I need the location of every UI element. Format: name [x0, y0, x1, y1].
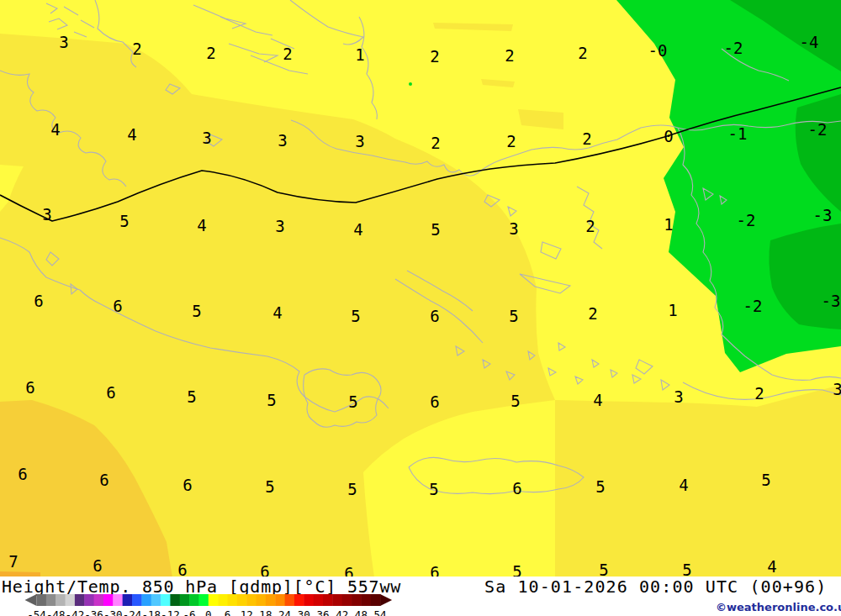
copyright-label: ©weatheronline.co.uk — [716, 601, 841, 613]
map-value-label: 6 — [25, 378, 34, 397]
map-value-label: 6 — [430, 563, 439, 577]
colorbar-tick-label: -18 — [141, 608, 161, 616]
colorbar-segment — [361, 594, 371, 606]
colorbar-segment — [151, 594, 161, 606]
colorbar-tick-label: -42 — [66, 608, 85, 616]
colorbar-segment — [323, 594, 333, 606]
colorbar-tick-label: 48 — [355, 608, 368, 616]
colorbar-segment — [180, 594, 190, 606]
map-value-label: 7 — [8, 552, 18, 571]
map-value-label: 6 — [177, 561, 187, 577]
colorbar-segment — [56, 594, 66, 606]
map-value-label: 6 — [106, 383, 115, 402]
map-value-label: -0 — [648, 41, 668, 60]
colorbar-segment — [161, 594, 171, 606]
map-value-label: 6 — [512, 479, 521, 498]
map-value-label: 5 — [509, 307, 518, 325]
weather-map-screenshot: 32221222-0-2-4443332220-1-2354345321-2-3… — [0, 0, 841, 616]
colorbar-segment — [342, 594, 352, 606]
map-value-label: 5 — [510, 392, 520, 410]
colorbar-tick-label: -30 — [103, 608, 123, 616]
colorbar-tick-label: -12 — [161, 608, 180, 616]
colorbar-segment — [37, 594, 47, 606]
map-value-label: -2 — [724, 39, 743, 57]
colorbar-segment — [75, 594, 85, 606]
colorbar-segment — [46, 594, 56, 606]
map-value-label: 0 — [664, 127, 673, 145]
map-value-label: -3 — [813, 206, 833, 224]
map-value-label: 2 — [578, 44, 587, 62]
map-value-label: 5 — [429, 480, 438, 498]
colorbar-tick-label: 0 — [205, 608, 212, 616]
colorbar-segment — [113, 594, 123, 606]
map-value-label: 2 — [754, 384, 764, 403]
map-value-label: 6 — [344, 564, 353, 577]
colorbar-tick-label: -54 — [27, 608, 46, 616]
map-value-label: 2 — [283, 45, 292, 63]
map-value-label: 6 — [260, 562, 269, 577]
map-value-label: 6 — [430, 392, 439, 411]
colorbar-tick-label: 36 — [316, 608, 329, 616]
map-value-label: 3 — [275, 217, 284, 235]
colorbar-segment — [294, 594, 304, 606]
colorbar-segment — [209, 594, 219, 606]
colorbar-segment — [198, 594, 209, 606]
map-value-label: 5 — [431, 220, 440, 239]
colorbar-segment — [371, 594, 381, 606]
map-value-label: 4 — [272, 303, 282, 322]
map-value-label: 5 — [265, 477, 274, 496]
map-value-label: 2 — [505, 46, 514, 65]
colorbar-tick-label: -6 — [183, 608, 196, 616]
map-value-label: 5 — [187, 387, 196, 406]
map-value-label: 3 — [202, 129, 211, 147]
map-value-label: 3 — [59, 33, 68, 51]
colorbar-tick-label: 18 — [259, 608, 272, 616]
map-value-label: 2 — [431, 134, 440, 152]
colorbar-tick-label: 12 — [241, 608, 253, 616]
map-value-label: 5 — [512, 562, 521, 577]
map-value-label: 2 — [430, 47, 439, 66]
map-value-label: 6 — [182, 476, 192, 494]
colorbar-arrow — [380, 594, 392, 606]
map-area: 32221222-0-2-4443332220-1-2354345321-2-3… — [0, 0, 841, 577]
colorbar-segment — [314, 594, 324, 606]
colorbar-tick-label: -24 — [123, 608, 142, 616]
map-value-label: 2 — [582, 129, 591, 148]
map-value-label: 2 — [506, 132, 516, 150]
map-value-label: 4 — [50, 120, 60, 139]
map-value-label: -1 — [728, 124, 748, 143]
colorbar-segment — [246, 594, 257, 606]
map-value-label: 6 — [99, 471, 108, 489]
map-value-label: 2 — [132, 39, 141, 58]
colorbar-segment — [285, 594, 295, 606]
map-value-label: 3 — [355, 132, 364, 150]
weather-map-svg: 32221222-0-2-4443332220-1-2354345321-2-3… — [0, 0, 841, 577]
map-value-label: 5 — [192, 302, 201, 320]
colorbar-segment — [275, 594, 285, 606]
colorbar-segment — [132, 594, 142, 606]
map-value-label: 3 — [833, 380, 841, 398]
map-value-label: 2 — [588, 304, 597, 323]
colorbar-tick-label: 42 — [336, 608, 348, 616]
colorbar-segment — [332, 594, 342, 606]
colorbar-segment — [141, 594, 151, 606]
map-value-label: 3 — [509, 219, 518, 238]
map-value-label: 1 — [668, 301, 677, 319]
band-green-speck — [409, 82, 412, 86]
colorbar-segment — [103, 594, 114, 606]
colorbar-tick-label: -36 — [84, 608, 103, 616]
map-value-label: 5 — [347, 480, 357, 498]
colorbar-segment — [257, 594, 267, 606]
map-value-label: -2 — [743, 297, 763, 315]
map-value-label: 4 — [197, 216, 206, 234]
colorbar-segment — [189, 594, 199, 606]
colorbar-tick-label: 54 — [374, 608, 387, 616]
colorbar-segment — [94, 594, 104, 606]
map-value-label: 5 — [682, 561, 691, 577]
map-value-label: 6 — [93, 556, 102, 575]
map-value-label: 3 — [674, 387, 683, 406]
map-value-label: 5 — [351, 307, 360, 325]
map-value-label: 5 — [119, 212, 129, 230]
map-value-label: -2 — [808, 120, 828, 139]
map-value-label: 4 — [767, 557, 776, 576]
